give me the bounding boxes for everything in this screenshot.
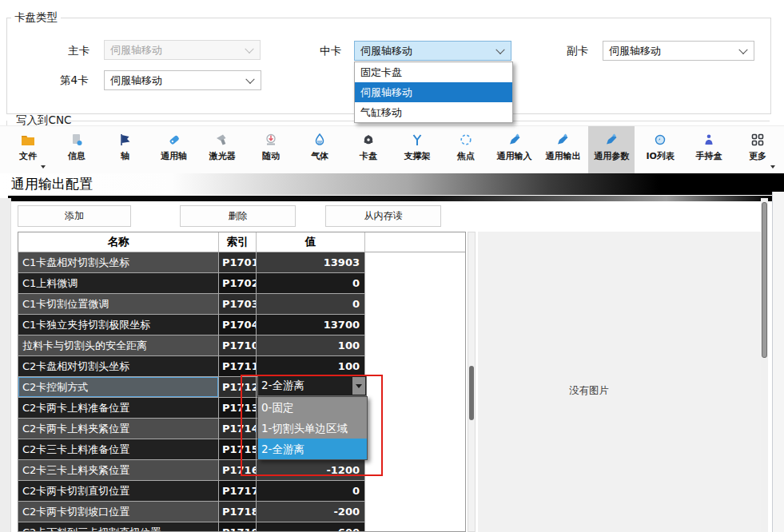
fourth-chuck-value: 伺服轴移动 (110, 73, 162, 88)
cell-dropdown-value: 2-全游离 (258, 379, 352, 393)
triangle-down-icon (356, 384, 362, 388)
chevron-down-icon (245, 44, 253, 53)
axis-flag-icon (118, 132, 133, 148)
column-header-empty (365, 232, 465, 252)
toolbar-item-file[interactable]: 文件 (5, 126, 51, 173)
section-title: 通用输出配置 (11, 173, 93, 194)
page-scrollbar-thumb[interactable] (762, 202, 767, 358)
column-header-name[interactable]: 名称 (18, 232, 219, 252)
mid-chuck-label: 中卡 (320, 44, 341, 58)
left-gutter (0, 198, 11, 532)
dropdown-option[interactable]: 1-切割头单边区域 (258, 418, 367, 439)
pen-input-icon (507, 132, 522, 148)
section-title-bar: 通用输出配置 (0, 173, 784, 195)
read-memory-button[interactable]: 从内存读 (325, 205, 441, 227)
right-edge-strip (773, 192, 784, 532)
follow-arrow-icon (264, 132, 278, 148)
toolbar-item-chuck[interactable]: 卡盘 (345, 126, 392, 173)
toolbar-item-general-axis[interactable]: 通用轴 (151, 126, 197, 173)
no-image-placeholder: 没有图片 (569, 384, 609, 398)
dropdown-option[interactable]: 固定卡盘 (355, 62, 512, 82)
table-row[interactable]: C2卡两卡切割坡口位置 P1718 -200 (18, 502, 465, 522)
dropdown-button[interactable] (352, 377, 365, 395)
dropdown-option-selected[interactable]: 伺服轴移动 (355, 82, 512, 102)
toolbar-item-axis[interactable]: 轴 (102, 126, 149, 173)
toolbar-item-handbox[interactable]: 手持盒 (686, 126, 732, 173)
io-clock-icon (653, 132, 667, 148)
toolbar-item-general-input[interactable]: 通用输入 (491, 126, 538, 173)
table-row[interactable]: C2卡三卡上料夹紧位置 P1716 -1200 (18, 460, 465, 481)
table-row[interactable]: C1卡独立夹持切割极限坐标 P1704 13700 (18, 315, 465, 335)
chevron-down-icon (245, 74, 254, 83)
mid-chuck-combo[interactable]: 伺服轴移动 (354, 41, 511, 61)
table-scrollbar-thumb[interactable] (469, 366, 474, 420)
parameter-table: 名称 索引 值 C1卡盘相对切割头坐标 P1701 13903 C1上料微调 P… (18, 232, 466, 532)
column-header-index[interactable]: 索引 (219, 232, 257, 252)
table-row[interactable]: C1卡切割位置微调 P1703 0 (18, 294, 465, 315)
toolbar-item-gas[interactable]: 气体 (296, 126, 343, 173)
add-button[interactable]: 添加 (18, 205, 131, 227)
cell-dropdown-list: 0-固定 1-切割头单边区域 2-全游离 (257, 396, 368, 460)
toolbar-item-laser[interactable]: 激光器 (199, 126, 245, 173)
support-icon (410, 132, 424, 148)
chevron-down-icon (738, 45, 747, 54)
table-row-clipped[interactable]: C2卡下料到三卡切割直切位置 P1719 600 (18, 522, 465, 532)
folder-icon (21, 132, 35, 148)
toolbar-item-info[interactable]: 信息 (54, 126, 100, 173)
sub-chuck-label: 副卡 (567, 44, 588, 58)
pen-output-icon (555, 132, 570, 148)
fourth-chuck-combo[interactable]: 伺服轴移动 (104, 70, 261, 90)
sub-chuck-combo[interactable]: 伺服轴移动 (603, 41, 754, 61)
table-row[interactable]: 拉料卡与切割头的安全距离 P1710 100 (18, 335, 465, 356)
tag-icon (167, 132, 181, 148)
chuck-icon (361, 132, 376, 148)
ribbon-toolbar: 文件 信息 轴 通用轴 激光器 (0, 125, 784, 173)
table-row[interactable]: C2卡两卡上料夹紧位置 P1714 (18, 419, 465, 439)
table-row[interactable]: C2卡两卡切割直切位置 P1717 0 (18, 481, 465, 502)
info-icon (70, 132, 84, 148)
laser-icon (215, 132, 229, 148)
chuck-type-group-title: 卡盘类型 (11, 10, 61, 25)
cnc-config-window: 卡盘类型 主卡 伺服轴移动 中卡 伺服轴移动 副卡 伺服轴移动 第4卡 伺服轴移… (0, 0, 784, 532)
main-chuck-label: 主卡 (68, 44, 90, 58)
delete-button[interactable]: 删除 (180, 205, 296, 227)
dropdown-option[interactable]: 0-固定 (258, 397, 367, 418)
column-header-value[interactable]: 值 (257, 232, 365, 252)
main-chuck-value: 伺服轴移动 (110, 43, 162, 58)
toolbar-item-more[interactable]: 更多 (734, 126, 781, 173)
toolbar-item-focus[interactable]: 焦点 (443, 126, 489, 173)
toolbar-item-io-list[interactable]: IO列表 (637, 126, 683, 173)
more-grid-icon (750, 132, 765, 148)
handbox-icon (702, 132, 716, 148)
caret-down-icon (41, 165, 46, 169)
toolbar-item-general-params[interactable]: 通用参数 (588, 126, 635, 173)
dropdown-option[interactable]: 气缸移动 (355, 102, 512, 122)
mid-chuck-dropdown-list: 固定卡盘 伺服轴移动 气缸移动 (354, 62, 513, 123)
focus-icon (459, 132, 473, 148)
table-row[interactable]: C2卡三卡上料准备位置 P1715 (18, 439, 465, 460)
image-preview-panel (478, 232, 761, 532)
toolbar-item-follow[interactable]: 随动 (248, 126, 294, 173)
table-row[interactable]: C1卡盘相对切割头坐标 P1701 13903 (18, 252, 465, 273)
table-header: 名称 索引 值 (18, 232, 465, 252)
gas-icon (312, 132, 327, 148)
fourth-chuck-label: 第4卡 (60, 73, 89, 88)
chevron-down-icon (495, 45, 504, 54)
table-row[interactable]: C1上料微调 P1702 0 (18, 273, 465, 294)
dropdown-option-selected[interactable]: 2-全游离 (258, 439, 367, 459)
main-chuck-combo: 伺服轴移动 (104, 40, 261, 60)
table-row[interactable]: C2卡两卡上料准备位置 P1713 (18, 398, 465, 419)
cell-dropdown-combo[interactable]: 2-全游离 (257, 375, 367, 396)
table-row-selected[interactable]: C2卡控制方式 P1712 (18, 377, 465, 398)
sub-chuck-value: 伺服轴移动 (609, 44, 661, 58)
table-row[interactable]: C2卡盘相对切割头坐标 P1711 100 (18, 356, 465, 377)
section-divider-bar (8, 196, 774, 201)
mid-chuck-value: 伺服轴移动 (360, 44, 412, 58)
caret-down-icon (770, 165, 775, 169)
pen-params-icon (604, 132, 619, 148)
toolbar-item-support[interactable]: 支撑架 (394, 126, 440, 173)
toolbar-item-general-output[interactable]: 通用输出 (539, 126, 586, 173)
